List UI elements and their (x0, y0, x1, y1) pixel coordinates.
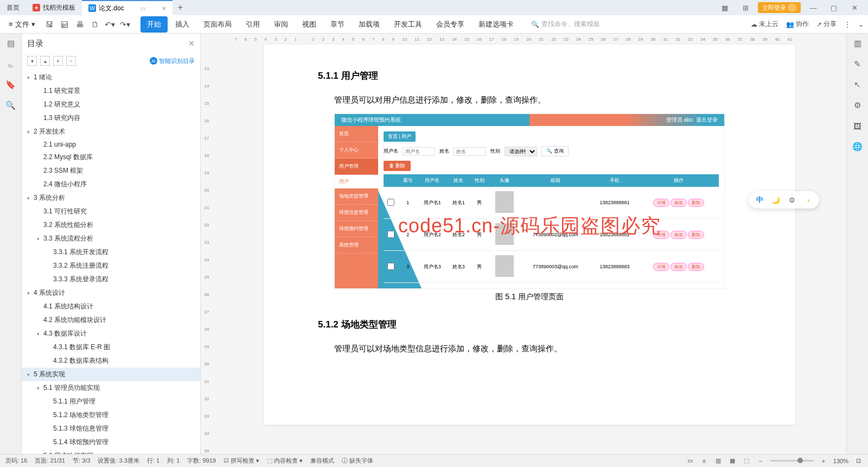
menu-tab-2[interactable]: 页面布局 (197, 16, 238, 33)
menu-tab-0[interactable]: 开始 (141, 16, 168, 33)
tab-document[interactable]: W论文.doc▭✕ (82, 0, 173, 15)
outline-item[interactable]: 4.3.1 数据库 E-R 图 (22, 340, 200, 354)
outline-item[interactable]: ▾5.1 管理员功能实现 (22, 381, 200, 395)
outline-item[interactable]: ▾3.3 系统流程分析 (22, 232, 200, 245)
outline-item[interactable]: 3.1 可行性研究 (22, 205, 200, 218)
status-section[interactable]: 节: 3/3 (73, 457, 90, 465)
outline-tree[interactable]: ▾1 绪论1.1 研究背景1.2 研究意义1.3 研究内容▾2 开发技术2.1 … (22, 68, 200, 454)
status-page-code[interactable]: 页码: 16 (5, 457, 27, 465)
login-button[interactable]: 立即登录 (758, 2, 801, 13)
new-tab-button[interactable]: + (173, 3, 188, 12)
hanger-rail-icon[interactable]: ⎁ (5, 59, 16, 70)
lang-cn-icon[interactable]: 中 (754, 194, 765, 205)
menu-tab-8[interactable]: 开发工具 (387, 16, 429, 33)
outline-item[interactable]: ▾1 绪论 (22, 71, 200, 84)
status-missing-font[interactable]: ⓘ 缺失字体 (342, 457, 373, 465)
tab-close-icon[interactable]: ✕ (162, 5, 166, 11)
collapse-all-icon[interactable]: ▴ (40, 56, 50, 66)
redo-icon[interactable]: ↷▾ (120, 19, 131, 30)
menu-tab-4[interactable]: 审阅 (267, 16, 295, 33)
search-button[interactable]: 🔍 查询 (541, 146, 569, 156)
outline-item[interactable]: 1.1 研究背景 (22, 84, 200, 98)
apps-icon[interactable]: ⊞ (737, 2, 754, 13)
filter-input-name[interactable] (454, 147, 486, 156)
moon-icon[interactable]: 🌙 (770, 194, 781, 205)
command-search[interactable]: 🔍查找命令、搜索模板 (531, 20, 600, 29)
admin-side-item[interactable]: 个人中心 (335, 142, 378, 159)
status-words[interactable]: 字数: 9919 (187, 457, 216, 465)
save-icon[interactable]: 🖫 (44, 19, 55, 30)
pencil-rail-icon[interactable]: ✎ (852, 59, 863, 70)
menu-tab-1[interactable]: 插入 (169, 16, 196, 33)
view-web-icon[interactable]: ▦ (728, 457, 737, 465)
menu-tab-9[interactable]: 会员专享 (430, 16, 471, 33)
cursor-rail-icon[interactable]: ↖ (852, 79, 863, 90)
image-rail-icon[interactable]: 🖼 (852, 121, 863, 131)
delete-button[interactable]: 🗑 删除 (384, 161, 411, 171)
menu-tab-7[interactable]: 加载项 (352, 16, 386, 33)
tab-menu-icon[interactable]: ▭ (141, 5, 145, 11)
outline-item[interactable]: 3.3.2 系统注册流程 (22, 259, 200, 273)
outline-item[interactable]: 4.1 系统结构设计 (22, 300, 200, 313)
view-fullwidth-icon[interactable]: ⬚ (742, 457, 751, 465)
outline-item[interactable]: 4.2 系统功能模块设计 (22, 313, 200, 327)
zoom-slider[interactable] (770, 460, 814, 462)
admin-side-item[interactable]: 首页 (335, 126, 378, 142)
minimize-button[interactable]: — (805, 2, 821, 13)
more-icon[interactable]: ⋮ (844, 21, 851, 28)
status-contentcheck[interactable]: ⬚ 内容检查 ▾ (267, 457, 303, 465)
fit-icon[interactable]: ⊡ (854, 457, 863, 465)
undo-icon[interactable]: ↶▾ (105, 19, 116, 30)
filter-select-gender[interactable]: 请选择性别 (505, 147, 537, 156)
outline-item[interactable]: 4.3.2 数据库表结构 (22, 354, 200, 368)
outline-item[interactable]: 2.3 SSM 框架 (22, 164, 200, 178)
admin-side-item[interactable]: 用户管理 (335, 159, 378, 175)
outline-item[interactable]: 2.4 微信小程序 (22, 178, 200, 191)
menu-tab-3[interactable]: 引用 (239, 16, 266, 33)
outline-item[interactable]: 2.1 uni-app (22, 138, 200, 150)
status-setting[interactable]: 设置值: 3.3厘米 (98, 457, 139, 465)
expand-all-icon[interactable]: ▾ (27, 56, 37, 66)
outline-item[interactable]: 1.2 研究意义 (22, 98, 200, 111)
outline-item[interactable]: 5.1.3 球馆信息管理 (22, 422, 200, 436)
zoom-in-icon[interactable]: + (819, 457, 828, 465)
settings-icon[interactable]: ⚙ (787, 194, 797, 205)
status-spellcheck[interactable]: ☑ 拼写检查 ▾ (224, 457, 259, 465)
outline-item[interactable]: ▾4.3 数据库设计 (22, 327, 200, 340)
document-scroll[interactable]: 7654321123456789101112131415161718192021… (213, 34, 846, 454)
floating-toolbar[interactable]: 中 🌙 ⚙ › (749, 191, 819, 209)
filter-input-username[interactable] (403, 147, 435, 156)
tab-template[interactable]: ✦找稻壳模板 (26, 0, 82, 15)
remove-icon[interactable]: − (66, 56, 76, 66)
outline-item[interactable]: 5.1.2 场地类型管理 (22, 408, 200, 422)
outline-item[interactable]: ▾4 系统设计 (22, 286, 200, 300)
status-compat[interactable]: 兼容模式 (310, 457, 334, 465)
close-button[interactable]: ✕ (846, 2, 863, 13)
settings-rail-icon[interactable]: ⚙ (852, 100, 863, 111)
outline-item[interactable]: 2.2 Mysql 数据库 (22, 150, 200, 164)
menu-tab-10[interactable]: 新建选项卡 (472, 16, 520, 33)
view-outline-icon[interactable]: ≡ (700, 457, 709, 465)
smart-toc-button[interactable]: AI智能识别目录 (150, 57, 195, 65)
print-preview-icon[interactable]: 🗟 (59, 19, 70, 30)
maximize-button[interactable]: ▢ (826, 2, 842, 13)
outline-item[interactable]: 3.3.3 系统登录流程 (22, 273, 200, 286)
status-pages[interactable]: 页面: 21/31 (35, 457, 65, 465)
outline-item[interactable]: 5.1.4 球馆预约管理 (22, 436, 200, 449)
outline-close-icon[interactable]: ✕ (188, 39, 195, 48)
outline-item[interactable]: ▾2 开发技术 (22, 125, 200, 138)
collab-button[interactable]: 👥协作 (786, 20, 809, 29)
share-button[interactable]: ↗分享 (816, 20, 837, 29)
outline-item[interactable]: ▾3 系统分析 (22, 191, 200, 205)
outline-item[interactable]: ▾5 系统实现 (22, 368, 200, 381)
view-page-icon[interactable]: ▭ (686, 457, 694, 465)
view-read-icon[interactable]: ▥ (714, 457, 723, 465)
search-rail-icon[interactable]: 🔍 (5, 100, 16, 111)
menu-tab-6[interactable]: 章节 (324, 16, 351, 33)
print-icon[interactable]: 🖶 (74, 19, 85, 30)
zoom-level[interactable]: 130% (833, 458, 848, 464)
outline-item[interactable]: ▾5.2 用户功能实现 (22, 449, 200, 454)
bookmark-rail-icon[interactable]: 🔖 (5, 79, 16, 90)
add-icon[interactable]: + (53, 56, 63, 66)
zoom-out-icon[interactable]: − (756, 457, 765, 465)
